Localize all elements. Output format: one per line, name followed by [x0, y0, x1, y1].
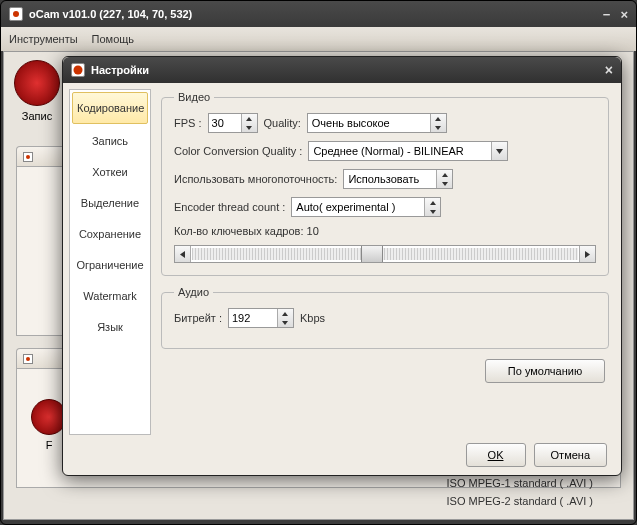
spinner-arrows-icon[interactable] [430, 114, 446, 132]
tab-limit[interactable]: Ограничение [70, 250, 150, 281]
svg-marker-12 [585, 251, 590, 258]
dialog-titlebar[interactable]: Настройки × [63, 57, 621, 83]
quality-label: Quality: [264, 117, 301, 129]
spinner-arrows-icon[interactable] [436, 170, 452, 188]
tab-language[interactable]: Язык [70, 312, 150, 343]
record-dot-icon [23, 354, 33, 364]
multithread-label: Использовать многопоточность: [174, 173, 337, 185]
menubar: Инструменты Помощь [1, 27, 636, 51]
ccq-combo[interactable]: Среднее (Normal) - BILINEAR [308, 141, 508, 161]
settings-tabs: Кодирование Запись Хоткеи Выделение Сохр… [69, 89, 151, 435]
svg-marker-6 [496, 149, 503, 154]
bitrate-label: Битрейт : [174, 312, 222, 324]
audio-group: Аудио Битрейт : Kbps [161, 286, 609, 349]
close-icon[interactable]: × [620, 7, 628, 22]
menu-help[interactable]: Помощь [92, 33, 135, 45]
ccq-label: Color Conversion Quality : [174, 145, 302, 157]
record-dot-icon [23, 152, 33, 162]
svg-marker-4 [435, 117, 441, 121]
svg-marker-11 [180, 251, 185, 258]
svg-point-1 [74, 66, 83, 75]
svg-marker-7 [442, 173, 448, 177]
tab-record[interactable]: Запись [70, 126, 150, 157]
ok-button[interactable]: OK [466, 443, 526, 467]
encoder-threads-value: Auto( experimental ) [292, 201, 424, 213]
audio-legend: Аудио [174, 286, 213, 298]
svg-marker-10 [430, 210, 436, 214]
cancel-button[interactable]: Отмена [534, 443, 607, 467]
chevron-left-icon[interactable] [175, 246, 191, 262]
settings-dialog: Настройки × Кодирование Запись Хоткеи Вы… [62, 56, 622, 476]
bitrate-input[interactable] [229, 309, 277, 327]
window-title: oCam v101.0 (227, 104, 70, 532) [29, 8, 192, 20]
defaults-button[interactable]: По умолчанию [485, 359, 605, 383]
keyframe-slider[interactable] [174, 245, 596, 263]
ccq-value: Среднее (Normal) - BILINEAR [309, 145, 491, 157]
app-icon [9, 7, 23, 21]
quality-value: Очень высокое [308, 117, 430, 129]
quality-combo[interactable]: Очень высокое [307, 113, 447, 133]
minimize-icon[interactable]: − [603, 7, 611, 22]
video-legend: Видео [174, 91, 214, 103]
tab-hotkeys[interactable]: Хоткеи [70, 157, 150, 188]
tab-encoding[interactable]: Кодирование [72, 92, 148, 124]
app-icon [71, 63, 85, 77]
svg-point-0 [13, 11, 19, 17]
chevron-right-icon[interactable] [579, 246, 595, 262]
fps-spinner[interactable] [208, 113, 258, 133]
record-label: Запис [22, 110, 52, 122]
bitrate-spinner[interactable] [228, 308, 294, 328]
dialog-title: Настройки [91, 64, 149, 76]
main-titlebar[interactable]: oCam v101.0 (227, 104, 70, 532) − × [1, 1, 636, 27]
spinner-arrows-icon[interactable] [277, 309, 293, 327]
bitrate-unit: Kbps [300, 312, 325, 324]
svg-marker-5 [435, 126, 441, 130]
spinner-arrows-icon[interactable] [241, 114, 257, 132]
spinner-arrows-icon[interactable] [424, 198, 440, 216]
svg-marker-9 [430, 201, 436, 205]
fps-input[interactable] [209, 114, 241, 132]
fps-label: FPS : [174, 117, 202, 129]
svg-marker-13 [282, 312, 288, 316]
record-button[interactable] [14, 60, 60, 106]
video-group: Видео FPS : Quality: Очень высокое [161, 91, 609, 276]
dialog-footer: OK Отмена [63, 435, 621, 475]
slider-track[interactable] [192, 248, 578, 260]
svg-marker-14 [282, 321, 288, 325]
chevron-down-icon[interactable] [491, 142, 507, 160]
encoder-threads-combo[interactable]: Auto( experimental ) [291, 197, 441, 217]
slider-thumb[interactable] [361, 246, 383, 262]
tab-save[interactable]: Сохранение [70, 219, 150, 250]
list-item[interactable]: ISO MPEG-1 standard ( .AVI ) [446, 477, 593, 489]
svg-marker-8 [442, 182, 448, 186]
svg-marker-3 [246, 126, 252, 130]
svg-marker-2 [246, 117, 252, 121]
codec-list: ISO MPEG-1 standard ( .AVI ) ISO MPEG-2 … [446, 477, 593, 507]
settings-content: Видео FPS : Quality: Очень высокое [151, 83, 621, 435]
list-item[interactable]: ISO MPEG-2 standard ( .AVI ) [446, 495, 593, 507]
encoder-threads-label: Encoder thread count : [174, 201, 285, 213]
multithread-combo[interactable]: Использовать [343, 169, 453, 189]
tab-selection[interactable]: Выделение [70, 188, 150, 219]
dialog-close-icon[interactable]: × [605, 62, 613, 78]
keyframe-label: Кол-во ключевых кадров: 10 [174, 225, 319, 237]
menu-tools[interactable]: Инструменты [9, 33, 78, 45]
multithread-value: Использовать [344, 173, 436, 185]
tab-watermark[interactable]: Watermark [70, 281, 150, 312]
ok-label: OK [488, 449, 504, 461]
